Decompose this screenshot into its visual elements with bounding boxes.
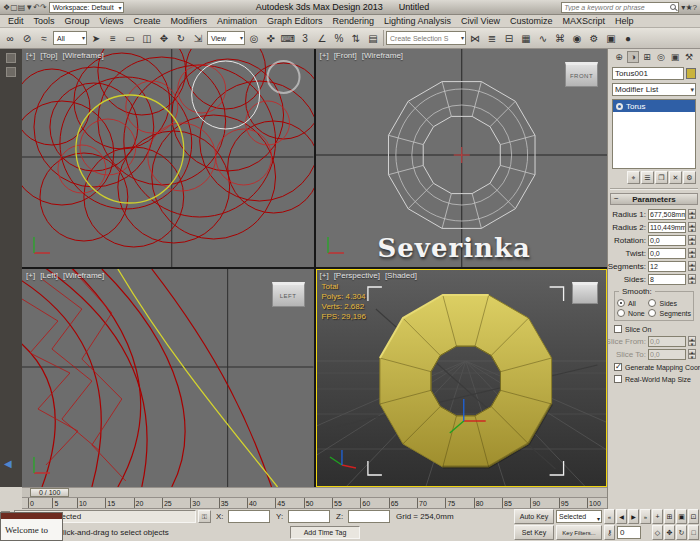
key-filters-button[interactable]: Key Filters... bbox=[556, 525, 602, 540]
spinner-down-icon[interactable]: ▾ bbox=[688, 253, 696, 258]
checkbox-icon[interactable] bbox=[614, 325, 622, 333]
add-time-tag-field[interactable]: Add Time Tag bbox=[290, 526, 360, 539]
render-setup-icon[interactable]: ⚙ bbox=[586, 30, 602, 47]
viewport-shading-label[interactable]: [Wireframe] bbox=[62, 51, 103, 60]
viewport-menu-plus[interactable]: [+] bbox=[26, 271, 35, 280]
current-frame-field[interactable]: 0 bbox=[617, 526, 641, 539]
viewport-perspective[interactable]: [+] [Perspective] [Shaded] TotalPolys: 4… bbox=[316, 269, 608, 487]
play-button[interactable]: ▶ bbox=[628, 509, 639, 524]
zoom-extents-icon[interactable]: ▣ bbox=[676, 509, 687, 524]
viewport-layout-tab[interactable] bbox=[6, 53, 16, 63]
viewport-left[interactable]: LEFT [+] [Left] [Wireframe] bbox=[22, 269, 314, 487]
parameter-spinner-field[interactable]: 0,0 bbox=[648, 235, 686, 246]
bind-to-space-warp-icon[interactable]: ≈ bbox=[36, 30, 52, 47]
parameter-spinner-field[interactable]: 8 bbox=[648, 274, 686, 285]
smooth-option[interactable]: None bbox=[617, 309, 648, 317]
time-slider[interactable]: 0 / 100 bbox=[22, 487, 607, 498]
field-of-view-icon[interactable]: ◇ bbox=[652, 525, 663, 540]
rollout-header[interactable]: − Parameters bbox=[610, 193, 698, 205]
angle-snap-icon[interactable]: ∠ bbox=[314, 30, 330, 47]
generate-mapping-coords-checkbox[interactable]: Generate Mapping Coords. bbox=[612, 361, 696, 373]
menu-item[interactable]: Rendering bbox=[328, 16, 380, 26]
menu-item[interactable]: Create bbox=[128, 16, 165, 26]
orbit-icon[interactable]: ↻ bbox=[676, 525, 687, 540]
viewport-menu-plus[interactable]: [+] bbox=[320, 51, 329, 60]
radio-icon[interactable] bbox=[617, 299, 625, 307]
new-scene-icon[interactable]: ▢ bbox=[10, 3, 18, 12]
select-and-scale-icon[interactable]: ⇲ bbox=[190, 30, 206, 47]
go-to-start-button[interactable]: « bbox=[604, 509, 615, 524]
viewport-shading-label[interactable]: [Shaded] bbox=[385, 271, 417, 280]
spinner-down-icon[interactable]: ▾ bbox=[688, 279, 696, 284]
unlink-selection-icon[interactable]: ⊘ bbox=[19, 30, 35, 47]
menu-item[interactable]: Tools bbox=[29, 16, 60, 26]
spinner-arrows[interactable]: ▴▾ bbox=[688, 274, 696, 285]
menu-item[interactable]: Civil View bbox=[456, 16, 505, 26]
workspace-selector[interactable]: Workspace: Default bbox=[49, 2, 124, 13]
parameter-spinner-field[interactable]: 12 bbox=[648, 261, 686, 272]
tab-display-icon[interactable]: ▣ bbox=[669, 52, 681, 62]
viewport-pov-label[interactable]: [Top] bbox=[40, 51, 57, 60]
spinner-arrows[interactable]: ▴▾ bbox=[688, 261, 696, 272]
select-by-name-icon[interactable]: ≡ bbox=[105, 30, 121, 47]
select-and-link-icon[interactable]: ∞ bbox=[2, 30, 18, 47]
render-production-icon[interactable]: ● bbox=[620, 30, 636, 47]
viewport-pov-label[interactable]: [Perspective] bbox=[334, 271, 380, 280]
select-and-rotate-icon[interactable]: ↻ bbox=[173, 30, 189, 47]
search-icon[interactable] bbox=[670, 4, 676, 10]
menu-item[interactable]: Lighting Analysis bbox=[379, 16, 456, 26]
viewcube[interactable]: LEFT bbox=[272, 282, 305, 307]
select-and-manipulate-icon[interactable]: ✜ bbox=[263, 30, 279, 47]
slice-on-row[interactable]: Slice On bbox=[612, 323, 696, 335]
pan-view-icon[interactable]: ✥ bbox=[664, 525, 675, 540]
parameter-spinner-field[interactable]: 110,449mm bbox=[648, 222, 686, 233]
time-slider-thumb[interactable]: 0 / 100 bbox=[30, 488, 69, 497]
tab-motion-icon[interactable]: ◎ bbox=[655, 52, 667, 62]
real-world-map-size-checkbox[interactable]: Real-World Map Size bbox=[612, 373, 696, 385]
go-to-end-button[interactable]: » bbox=[640, 509, 651, 524]
mirror-icon[interactable]: ⋈ bbox=[467, 30, 483, 47]
spinner-arrows[interactable]: ▴▾ bbox=[688, 222, 696, 233]
track-bar[interactable]: 0510152025303540455055606570758085909510… bbox=[22, 498, 607, 509]
window-crossing-icon[interactable]: ◫ bbox=[139, 30, 155, 47]
spinner-down-icon[interactable]: ▾ bbox=[688, 240, 696, 245]
object-name-field[interactable]: Torus001 bbox=[612, 67, 684, 80]
key-selection-dropdown[interactable]: Selected bbox=[556, 510, 602, 523]
modifier-stack[interactable]: Torus bbox=[612, 99, 696, 169]
menu-item[interactable]: Modifiers bbox=[165, 16, 212, 26]
viewport-menu-plus[interactable]: [+] bbox=[26, 51, 35, 60]
viewport-menu-plus[interactable]: [+] bbox=[320, 271, 329, 280]
smooth-option[interactable]: All bbox=[617, 299, 648, 307]
search-input[interactable] bbox=[564, 4, 668, 11]
select-object-icon[interactable]: ➤ bbox=[88, 30, 104, 47]
menu-item[interactable]: Customize bbox=[505, 16, 558, 26]
set-key-button[interactable]: Set Key bbox=[514, 525, 554, 540]
y-coordinate-field[interactable] bbox=[288, 510, 330, 523]
radio-icon[interactable] bbox=[617, 309, 625, 317]
menu-item[interactable]: Group bbox=[60, 16, 95, 26]
remove-modifier-icon[interactable]: ✕ bbox=[669, 171, 682, 184]
x-coordinate-field[interactable] bbox=[228, 510, 270, 523]
select-and-move-icon[interactable]: ✥ bbox=[156, 30, 172, 47]
favorites-star-icon[interactable]: ★ bbox=[685, 3, 692, 12]
info-center-icon[interactable]: ? bbox=[693, 3, 697, 12]
spinner-arrows[interactable]: ▴▾ bbox=[688, 235, 696, 246]
maximize-viewport-toggle-icon[interactable]: □ bbox=[688, 525, 699, 540]
viewport-pov-label[interactable]: [Front] bbox=[334, 51, 357, 60]
menu-item[interactable]: Views bbox=[95, 16, 129, 26]
key-mode-toggle-button[interactable]: ⚷ bbox=[604, 525, 615, 540]
spinner-down-icon[interactable]: ▾ bbox=[688, 266, 696, 271]
percent-snap-icon[interactable]: % bbox=[331, 30, 347, 47]
material-editor-icon[interactable]: ◉ bbox=[569, 30, 585, 47]
menu-item[interactable]: MAXScript bbox=[557, 16, 610, 26]
viewport-shading-label[interactable]: [Wireframe] bbox=[362, 51, 403, 60]
spinner-down-icon[interactable]: ▾ bbox=[688, 214, 696, 219]
undo-icon[interactable]: ↶ bbox=[33, 3, 40, 12]
snaps-toggle-icon[interactable]: 3 bbox=[297, 30, 313, 47]
menu-item[interactable]: Help bbox=[610, 16, 639, 26]
smooth-option[interactable]: Segments bbox=[648, 309, 691, 317]
checkbox-icon[interactable] bbox=[614, 375, 622, 383]
spinner-snap-icon[interactable]: ⇅ bbox=[348, 30, 364, 47]
tab-modify-icon[interactable]: ◑ bbox=[627, 51, 639, 63]
viewport-layout-tab[interactable] bbox=[6, 67, 16, 77]
